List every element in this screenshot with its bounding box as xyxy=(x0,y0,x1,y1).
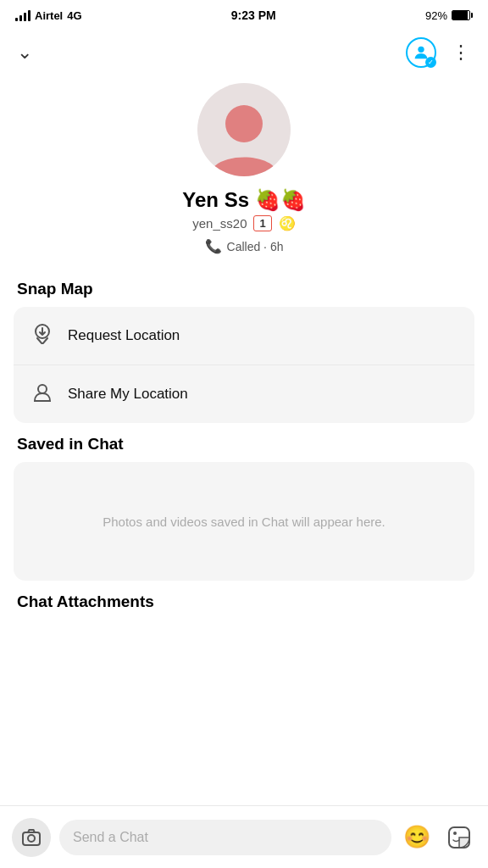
battery-percent: 92% xyxy=(425,9,447,22)
profile-name: Yen Ss 🍓🍓 xyxy=(182,188,305,212)
emoji-button[interactable]: 😊 xyxy=(400,821,434,854)
chat-attachments-section: Chat Attachments xyxy=(0,581,488,620)
profile-section: Yen Ss 🍓🍓 yen_ss20 1 ♌ 📞 Called · 6h xyxy=(0,75,488,268)
snapchat-profile-icon[interactable]: ✓ xyxy=(406,37,436,68)
top-nav-right: ✓ ⋮ xyxy=(406,37,471,68)
location-request-icon xyxy=(30,322,54,349)
signal-bars-icon xyxy=(15,9,30,21)
profile-username: yen_ss20 xyxy=(192,216,247,231)
svg-point-3 xyxy=(38,385,47,393)
camera-button[interactable] xyxy=(12,818,51,857)
saved-chat-card: Photos and videos saved in Chat will app… xyxy=(14,462,474,581)
profile-username-row: yen_ss20 1 ♌ xyxy=(192,215,295,231)
status-bar: Airtel 4G 9:23 PM 92% xyxy=(0,0,488,31)
verified-badge: ✓ xyxy=(425,57,436,68)
svg-point-1 xyxy=(225,105,263,142)
saved-chat-empty-text: Photos and videos saved in Chat will app… xyxy=(103,515,385,529)
snap-map-card: Request Location Share My Location xyxy=(14,307,474,423)
chat-input[interactable]: Send a Chat xyxy=(59,820,391,855)
last-activity: 📞 Called · 6h xyxy=(205,238,284,254)
share-location-item[interactable]: Share My Location xyxy=(14,365,474,423)
network-label: 4G xyxy=(67,9,81,22)
avatar xyxy=(197,83,291,176)
svg-point-0 xyxy=(418,47,424,53)
zodiac-icon: ♌ xyxy=(279,215,296,231)
saved-chat-card-container: Photos and videos saved in Chat will app… xyxy=(0,462,488,581)
sticker-button[interactable] xyxy=(442,821,476,854)
snap-map-section: Snap Map Request Location xyxy=(0,268,488,423)
request-location-item[interactable]: Request Location xyxy=(14,307,474,365)
status-time: 9:23 PM xyxy=(231,8,276,22)
chat-attachments-title: Chat Attachments xyxy=(0,581,488,620)
status-carrier: Airtel 4G xyxy=(15,9,82,22)
chat-input-placeholder: Send a Chat xyxy=(73,830,148,845)
saved-chat-title: Saved in Chat xyxy=(0,423,488,462)
svg-point-5 xyxy=(28,835,35,842)
top-nav: ⌄ ✓ ⋮ xyxy=(0,31,488,75)
snap-score-badge[interactable]: 1 xyxy=(253,215,271,231)
bottom-bar: Send a Chat 😊 xyxy=(0,805,488,868)
carrier-label: Airtel xyxy=(35,9,63,22)
snap-map-title: Snap Map xyxy=(0,268,488,307)
svg-point-7 xyxy=(453,832,457,835)
battery-icon xyxy=(452,10,473,20)
emoji-icon: 😊 xyxy=(403,824,430,850)
more-options-button[interactable]: ⋮ xyxy=(452,42,471,64)
avatar-silhouette xyxy=(197,83,291,176)
location-share-icon xyxy=(30,381,54,408)
phone-icon: 📞 xyxy=(205,238,222,254)
last-activity-text: Called · 6h xyxy=(227,240,284,253)
status-battery: 92% xyxy=(425,9,473,22)
saved-in-chat-section: Saved in Chat Photos and videos saved in… xyxy=(0,423,488,581)
snap-map-card-container: Request Location Share My Location xyxy=(0,307,488,423)
request-location-label: Request Location xyxy=(68,327,180,344)
back-button[interactable]: ⌄ xyxy=(17,42,32,64)
share-location-label: Share My Location xyxy=(68,386,188,403)
